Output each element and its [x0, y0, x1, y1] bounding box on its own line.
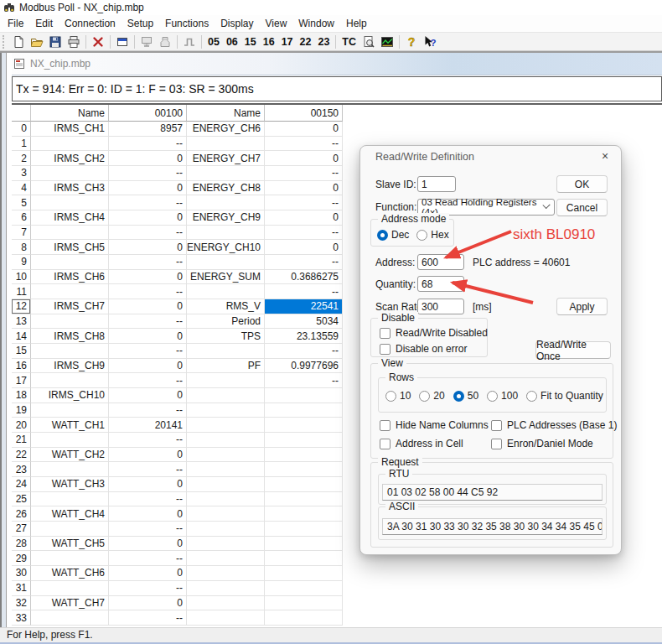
cell-r5-c4[interactable]: -- [265, 195, 343, 210]
cell-r1-c2[interactable]: -- [109, 137, 187, 152]
context-help-icon[interactable]: ? [421, 34, 439, 50]
open-icon[interactable] [28, 34, 46, 50]
cell-r11-c0[interactable]: 11 [12, 284, 31, 299]
cell-r24-c4[interactable] [265, 477, 343, 492]
cell-r7-c1[interactable] [31, 226, 109, 241]
document-title-bar[interactable]: NX_chip.mbp [7, 53, 662, 75]
cell-r2-c3[interactable]: ENERGY_CH7 [187, 151, 265, 166]
cell-r13-c4[interactable]: 5034 [265, 314, 343, 330]
cell-r5-c2[interactable]: -- [109, 195, 187, 210]
cell-r30-c2[interactable]: 0 [109, 566, 187, 581]
checkbox-enron-daniel-mode[interactable]: Enron/Daniel Mode [491, 438, 593, 449]
cell-r1-c4[interactable]: -- [265, 137, 343, 152]
cell-r0-c2[interactable]: 8957 [109, 122, 187, 137]
cell-r28-c3[interactable] [187, 537, 265, 552]
cell-r9-c4[interactable]: -- [265, 255, 343, 270]
cell-r29-c2[interactable]: -- [109, 551, 187, 566]
cell-r32-c3[interactable] [187, 596, 265, 611]
checkbox-read-write-disabled[interactable]: Read/Write Disabled [380, 327, 488, 339]
address-input[interactable]: 600 [417, 254, 464, 270]
cell-r17-c0[interactable]: 17 [12, 373, 31, 388]
pulse-trigger-icon[interactable] [180, 34, 199, 50]
cell-r4-c4[interactable]: 0 [265, 181, 343, 196]
cell-r32-c4[interactable] [265, 596, 343, 611]
cell-r14-c1[interactable]: IRMS_CH8 [31, 329, 109, 344]
toolbar-grip[interactable] [3, 35, 7, 49]
cell-r31-c3[interactable] [187, 581, 265, 596]
apply-button[interactable]: Apply [556, 298, 608, 315]
cell-r8-c2[interactable]: 0 [109, 240, 187, 255]
function-code-button-15[interactable]: 15 [241, 36, 260, 48]
menu-display[interactable]: Display [215, 15, 259, 32]
cell-r33-c1[interactable] [31, 610, 109, 626]
radio-icon[interactable] [487, 391, 498, 402]
cell-r6-c3[interactable]: ENERGY_CH9 [187, 210, 265, 226]
cell-r19-c1[interactable] [31, 403, 109, 418]
checkbox-icon[interactable] [491, 420, 502, 431]
radio-icon[interactable] [419, 391, 430, 402]
cell-r26-c3[interactable] [187, 506, 265, 522]
cell-r27-c1[interactable] [31, 522, 109, 537]
cell-r18-c3[interactable] [187, 388, 265, 403]
cell-r7-c3[interactable] [187, 226, 265, 241]
cell-r12-c1[interactable]: IRMS_CH7 [31, 299, 109, 314]
cell-r5-c0[interactable]: 5 [12, 195, 31, 210]
cell-r27-c2[interactable]: -- [109, 522, 187, 537]
cell-r15-c1[interactable] [31, 344, 109, 359]
cell-r11-c2[interactable]: -- [109, 284, 187, 299]
cell-r22-c2[interactable]: 0 [109, 448, 187, 463]
setup-window-icon[interactable] [113, 34, 132, 50]
cell-r1-c3[interactable] [187, 137, 265, 152]
cell-r6-c1[interactable]: IRMS_CH4 [31, 210, 109, 226]
cell-r18-c4[interactable] [265, 388, 343, 403]
cell-r2-c0[interactable]: 2 [12, 151, 31, 166]
cell-r32-c1[interactable]: WATT_CH7 [31, 596, 109, 611]
cell-r0-c4[interactable]: 0 [265, 122, 343, 137]
cell-r5-c1[interactable] [31, 195, 109, 210]
cell-r16-c3[interactable]: PF [187, 359, 265, 374]
cell-r13-c1[interactable] [31, 314, 109, 330]
cell-r23-c0[interactable]: 23 [12, 462, 31, 477]
cell-r11-c3[interactable] [187, 284, 265, 299]
cell-r8-c4[interactable]: 0 [265, 240, 343, 255]
radio-icon[interactable] [385, 391, 396, 402]
cell-r20-c0[interactable]: 20 [12, 418, 31, 433]
cell-r18-c0[interactable]: 18 [12, 388, 31, 403]
cell-r18-c1[interactable]: IRMS_CH10 [31, 388, 109, 403]
cell-r7-c0[interactable]: 7 [12, 226, 31, 241]
cell-r1-c0[interactable]: 1 [12, 137, 31, 152]
print-icon[interactable] [65, 34, 83, 50]
cell-r3-c0[interactable]: 3 [12, 166, 31, 181]
cell-r13-c2[interactable]: -- [109, 314, 187, 330]
cell-r6-c2[interactable]: 0 [109, 210, 187, 226]
cell-r9-c2[interactable]: -- [109, 255, 187, 270]
cell-r28-c2[interactable]: 0 [109, 537, 187, 552]
cell-r21-c0[interactable]: 21 [12, 433, 31, 448]
cell-r0-c3[interactable]: ENERGY_CH6 [187, 122, 265, 137]
cell-r12-c0[interactable]: 12 [12, 299, 31, 314]
communication-traffic-icon[interactable] [137, 34, 156, 50]
cell-r29-c0[interactable]: 29 [12, 551, 31, 566]
cell-r23-c4[interactable] [265, 462, 343, 477]
cell-r20-c2[interactable]: 20141 [109, 418, 187, 433]
menu-file[interactable]: File [2, 15, 29, 32]
cell-r29-c1[interactable] [31, 551, 109, 566]
cell-r20-c4[interactable] [265, 418, 343, 433]
cell-r17-c4[interactable]: -- [265, 373, 343, 388]
cell-r14-c3[interactable]: TPS [187, 329, 265, 344]
cell-r3-c1[interactable] [31, 166, 109, 181]
cell-r3-c3[interactable] [187, 166, 265, 181]
checkbox-icon[interactable] [380, 420, 390, 431]
cell-r33-c4[interactable] [265, 610, 343, 626]
cell-r13-c3[interactable]: Period [187, 314, 265, 330]
cell-r26-c2[interactable]: 0 [109, 506, 187, 522]
new-icon[interactable] [9, 34, 28, 50]
cell-r32-c2[interactable]: 0 [109, 596, 187, 611]
cell-r24-c0[interactable]: 24 [12, 477, 31, 492]
cell-r10-c0[interactable]: 10 [12, 270, 31, 285]
radio-rows-20[interactable]: 20 [419, 390, 444, 402]
cell-r21-c3[interactable] [187, 433, 265, 448]
cell-r31-c4[interactable] [265, 581, 343, 596]
cell-r14-c0[interactable]: 14 [12, 329, 31, 344]
function-code-button-05[interactable]: 05 [204, 36, 223, 48]
